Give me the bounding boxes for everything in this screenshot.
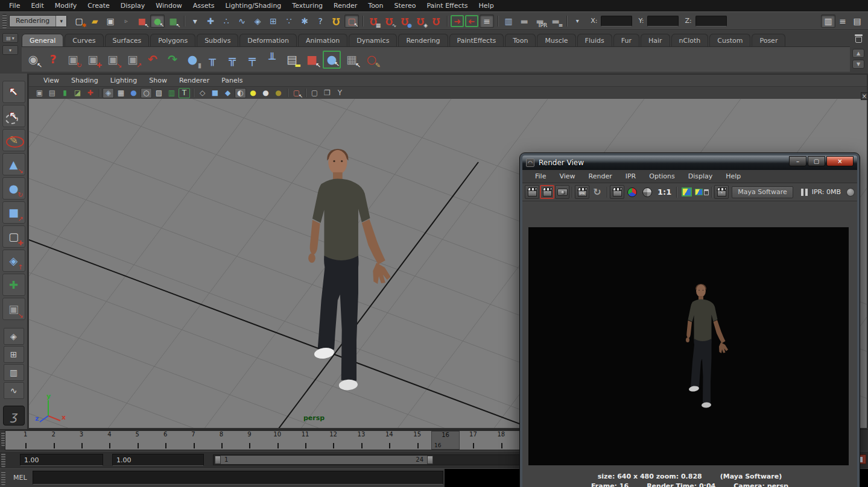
mask-handles-icon[interactable]: ∴ — [219, 14, 233, 28]
snap-to-grids-icon[interactable]: Ω▦ — [366, 14, 381, 28]
shelf-scroll-up-button[interactable]: ▲ — [852, 49, 864, 58]
shelf-tab[interactable]: Surfaces — [105, 34, 150, 46]
camera-dolly-icon[interactable]: ▣↘ — [104, 51, 122, 69]
outliner-window-icon[interactable]: ▤▬ — [283, 51, 301, 69]
menu-item[interactable]: Stereo — [389, 0, 422, 11]
menu-item[interactable]: Texturing — [287, 0, 328, 11]
snap-to-points-icon[interactable]: Ω● — [398, 14, 412, 28]
render-settings-icon[interactable]: ▬≡ — [548, 14, 563, 28]
multi-view-icon[interactable]: Y — [334, 88, 346, 98]
panel-menu-item[interactable]: Shading — [65, 77, 104, 84]
make-live-icon[interactable]: Ω — [429, 14, 443, 28]
shelf-tab[interactable]: General — [22, 34, 63, 46]
shelf-tab[interactable]: Rendering — [398, 34, 448, 46]
panel-menu-item[interactable]: Lighting — [104, 77, 143, 84]
separator[interactable] — [285, 88, 290, 98]
new-scene-icon[interactable]: ▢✱ — [72, 14, 86, 28]
minimize-button[interactable]: – — [789, 156, 806, 166]
menu-item[interactable]: Lighting/Shading — [220, 0, 287, 11]
highlight-selection-icon[interactable]: ▢↖ — [344, 14, 359, 28]
command-grip[interactable] — [1, 471, 5, 485]
universal-manipulator-tool[interactable]: ▢✚ — [2, 225, 25, 248]
shelf-tab[interactable]: Muscle — [537, 34, 575, 46]
panel-menu-item[interactable]: Show — [143, 77, 173, 84]
refresh-ipr-icon[interactable]: ↻ — [590, 185, 604, 199]
x-coordinate-field[interactable] — [601, 16, 632, 27]
parent-shape-icon[interactable]: ╦ — [223, 51, 241, 69]
display-rgb-channels-button[interactable] — [625, 185, 639, 199]
command-language-label[interactable]: MEL — [13, 474, 27, 482]
timeline-frame[interactable]: 17 — [459, 431, 487, 450]
menu-item[interactable]: Window — [150, 0, 187, 11]
keep-image-button[interactable] — [679, 185, 694, 199]
render-settings-button[interactable]: " — [714, 185, 729, 199]
select-hierarchy-icon[interactable]: ■↖ — [135, 14, 149, 28]
shelf-scroll-down-button[interactable]: ▼ — [852, 60, 864, 69]
character-model[interactable] — [287, 146, 405, 399]
range-end-handle[interactable] — [427, 456, 433, 464]
light-dim-icon[interactable]: ● — [273, 88, 284, 98]
open-scene-icon[interactable]: ▰ — [87, 14, 102, 28]
render-current-frame-icon[interactable]: ▬ — [517, 14, 531, 28]
shelf-tab[interactable]: Custom — [709, 34, 750, 46]
z-coordinate-field[interactable] — [695, 16, 727, 27]
snap-to-planes-icon[interactable]: Ω◈ — [413, 14, 428, 28]
soft-modification-tool[interactable]: ◈↑ — [2, 250, 25, 272]
animation-start-field[interactable]: 1.00 — [112, 454, 204, 466]
safe-title-icon[interactable]: T — [179, 88, 190, 98]
timeline-frame[interactable]: 7 — [179, 431, 207, 450]
select-component-icon[interactable]: ▦↖ — [166, 14, 180, 28]
maximize-button[interactable]: ▢ — [808, 156, 825, 166]
timeline-frame[interactable]: 8 — [207, 431, 235, 450]
shelf-item-menu-button[interactable]: ▾ — [2, 45, 18, 55]
menu-item[interactable]: Assets — [188, 0, 220, 11]
timeline-frame[interactable]: 9 — [235, 431, 263, 450]
shelf-menu-button[interactable]: ▤▾ — [2, 33, 18, 43]
field-chart-icon[interactable]: ▨ — [153, 88, 165, 98]
timeline-frame[interactable]: 3 — [68, 431, 95, 450]
pan-zoom-icon[interactable]: ✚ — [84, 88, 96, 98]
shelf-tab[interactable]: Dynamics — [349, 34, 397, 46]
timeline-frame[interactable]: 15 — [403, 431, 431, 450]
assign-material-icon[interactable]: ●↖ — [323, 51, 341, 69]
help-icon[interactable]: ? — [44, 51, 62, 69]
snap-to-curves-icon[interactable]: Ω∿ — [382, 14, 396, 28]
panel-menu-item[interactable]: Panels — [215, 77, 249, 84]
last-tool[interactable]: ▣↘ — [2, 298, 25, 320]
mask-deformations-icon[interactable]: ⊞ — [266, 14, 280, 28]
panel-menu-item[interactable]: View — [37, 77, 65, 84]
graph-pane-layout[interactable]: ∿ — [4, 382, 24, 399]
render-view-menu-item[interactable]: Render — [582, 172, 619, 180]
bookmark-icon[interactable]: ▮ — [59, 88, 71, 98]
command-input[interactable] — [33, 471, 443, 485]
shelf-tab[interactable]: Subdivs — [197, 34, 238, 46]
light-yellow-icon[interactable]: ● — [247, 88, 259, 98]
input-connections-icon[interactable]: ➜ — [451, 15, 464, 27]
film-gate-icon[interactable]: ▦ — [115, 88, 127, 98]
toolbar-grip[interactable] — [2, 14, 7, 28]
grid-toggle-icon[interactable]: ◈ — [103, 88, 114, 98]
image-plane-icon[interactable]: ◪ — [72, 88, 83, 98]
current-frame-marker[interactable]: 16 16 — [431, 431, 460, 450]
group-icon[interactable]: ╤ — [243, 51, 261, 69]
mask-all-icon[interactable]: ✚ — [203, 14, 218, 28]
camera-tumble-icon[interactable]: ▣↻ — [64, 51, 82, 69]
collapse-arrow-icon[interactable]: ▹ — [119, 14, 133, 28]
menu-set-selector[interactable]: Rendering ▾ — [9, 15, 67, 27]
menu-item[interactable]: File — [4, 0, 25, 11]
paint-effects-icon[interactable]: ○✎ — [363, 51, 381, 69]
render-view-open-icon[interactable]: ▥ — [501, 14, 516, 28]
output-connections-icon[interactable]: ➜ — [465, 15, 478, 27]
mask-curves-icon[interactable]: ∿ — [235, 14, 249, 28]
safe-action-icon[interactable]: ▥ — [166, 88, 177, 98]
range-grip[interactable] — [1, 453, 5, 467]
timeline-frame[interactable]: 18 — [487, 431, 515, 450]
wireframe-icon[interactable]: ◇ — [197, 88, 208, 98]
parent-icon[interactable]: ╥ — [203, 51, 221, 69]
timeline-frame[interactable]: 1 — [11, 431, 39, 450]
render-view-titlebar[interactable]: ◠ Render View – ▢ × — [522, 156, 857, 170]
y-coordinate-field[interactable] — [647, 16, 679, 27]
region-render-button[interactable] — [610, 185, 624, 199]
shelf-tab[interactable]: Fluids — [577, 34, 612, 46]
render-view-menu-item[interactable]: File — [528, 172, 553, 180]
